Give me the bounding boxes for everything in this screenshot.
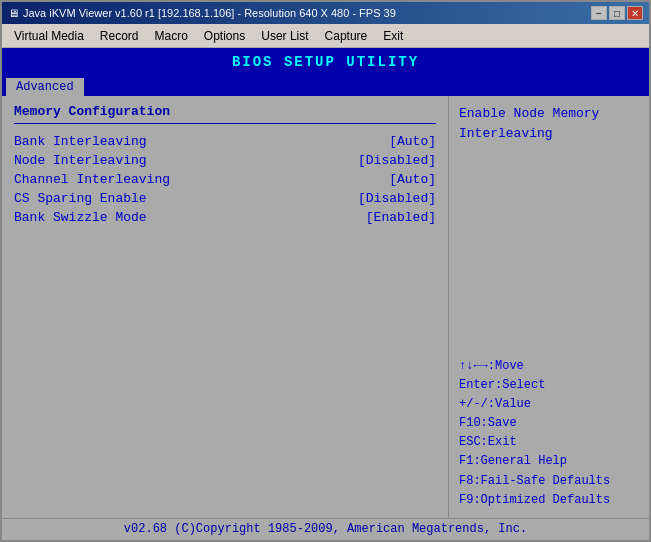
bios-key-legend: ↑↓←→:Move Enter:Select +/-/:Value F10:Sa… <box>459 357 639 511</box>
bios-main: Memory Configuration Bank Interleaving [… <box>2 96 649 518</box>
maximize-button[interactable]: □ <box>609 6 625 20</box>
menu-macro[interactable]: Macro <box>147 27 196 45</box>
label-channel-interleaving: Channel Interleaving <box>14 172 170 187</box>
menu-exit[interactable]: Exit <box>375 27 411 45</box>
title-bar: 🖥 Java iKVM Viewer v1.60 r1 [192.168.1.1… <box>2 2 649 24</box>
menu-user-list[interactable]: User List <box>253 27 316 45</box>
bios-container: BIOS SETUP UTILITY Advanced Memory Confi… <box>2 48 649 540</box>
label-cs-sparing-enable: CS Sparing Enable <box>14 191 147 206</box>
bios-description: Enable Node MemoryInterleaving <box>459 104 639 143</box>
row-cs-sparing-enable[interactable]: CS Sparing Enable [Disabled] <box>14 189 436 208</box>
key-optimized: F9:Optimized Defaults <box>459 491 639 510</box>
value-node-interleaving: [Disabled] <box>358 153 436 168</box>
row-node-interleaving[interactable]: Node Interleaving [Disabled] <box>14 151 436 170</box>
close-button[interactable]: ✕ <box>627 6 643 20</box>
menu-bar: Virtual Media Record Macro Options User … <box>2 24 649 48</box>
row-channel-interleaving[interactable]: Channel Interleaving [Auto] <box>14 170 436 189</box>
key-general-help: F1:General Help <box>459 452 639 471</box>
value-bank-swizzle-mode: [Enabled] <box>366 210 436 225</box>
value-channel-interleaving: [Auto] <box>389 172 436 187</box>
row-bank-swizzle-mode[interactable]: Bank Swizzle Mode [Enabled] <box>14 208 436 227</box>
key-select: Enter:Select <box>459 376 639 395</box>
window-controls: − □ ✕ <box>591 6 643 20</box>
divider <box>14 123 436 124</box>
title-bar-left: 🖥 Java iKVM Viewer v1.60 r1 [192.168.1.1… <box>8 7 396 19</box>
key-fail-safe: F8:Fail-Safe Defaults <box>459 472 639 491</box>
label-bank-interleaving: Bank Interleaving <box>14 134 147 149</box>
bios-left-panel: Memory Configuration Bank Interleaving [… <box>2 96 449 518</box>
key-save: F10:Save <box>459 414 639 433</box>
bios-right-panel: Enable Node MemoryInterleaving ↑↓←→:Move… <box>449 96 649 518</box>
value-bank-interleaving: [Auto] <box>389 134 436 149</box>
description-text: Enable Node MemoryInterleaving <box>459 106 599 141</box>
title-bar-text: Java iKVM Viewer v1.60 r1 [192.168.1.106… <box>23 7 396 19</box>
row-bank-interleaving[interactable]: Bank Interleaving [Auto] <box>14 132 436 151</box>
title-bar-icon: 🖥 <box>8 7 19 19</box>
minimize-button[interactable]: − <box>591 6 607 20</box>
label-bank-swizzle-mode: Bank Swizzle Mode <box>14 210 147 225</box>
bios-tabs: Advanced <box>2 74 649 96</box>
key-exit: ESC:Exit <box>459 433 639 452</box>
key-value: +/-/:Value <box>459 395 639 414</box>
memory-config-title: Memory Configuration <box>14 104 436 119</box>
menu-options[interactable]: Options <box>196 27 253 45</box>
main-window: 🖥 Java iKVM Viewer v1.60 r1 [192.168.1.1… <box>0 0 651 542</box>
label-node-interleaving: Node Interleaving <box>14 153 147 168</box>
bios-header: BIOS SETUP UTILITY <box>2 48 649 74</box>
bios-status-bar: v02.68 (C)Copyright 1985-2009, American … <box>2 518 649 540</box>
menu-capture[interactable]: Capture <box>317 27 376 45</box>
menu-virtual-media[interactable]: Virtual Media <box>6 27 92 45</box>
tab-advanced[interactable]: Advanced <box>6 78 84 96</box>
menu-record[interactable]: Record <box>92 27 147 45</box>
value-cs-sparing-enable: [Disabled] <box>358 191 436 206</box>
key-move: ↑↓←→:Move <box>459 357 639 376</box>
